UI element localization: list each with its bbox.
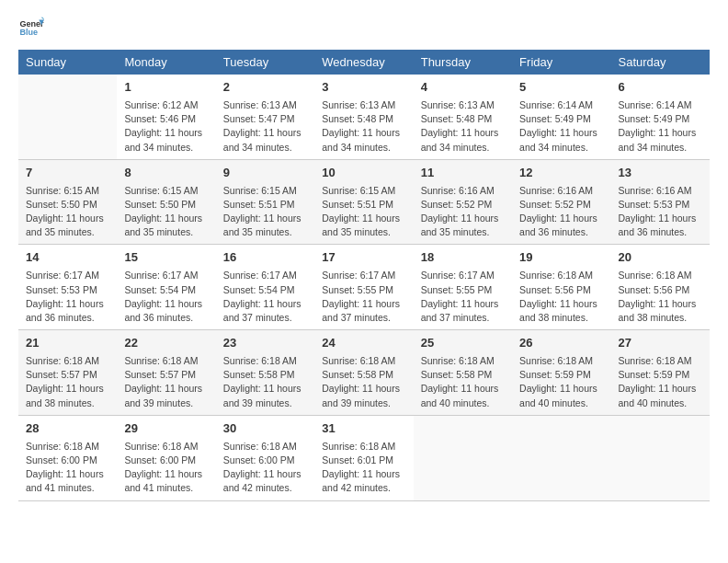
calendar-cell: 2Sunrise: 6:13 AM Sunset: 5:47 PM Daylig… — [216, 75, 314, 159]
calendar-cell: 14Sunrise: 6:17 AM Sunset: 5:53 PM Dayli… — [18, 245, 117, 330]
day-info: Sunrise: 6:13 AM Sunset: 5:48 PM Dayligh… — [322, 98, 405, 155]
calendar-cell: 21Sunrise: 6:18 AM Sunset: 5:57 PM Dayli… — [18, 330, 117, 416]
calendar-cell: 25Sunrise: 6:18 AM Sunset: 5:58 PM Dayli… — [414, 330, 512, 416]
calendar-cell: 27Sunrise: 6:18 AM Sunset: 5:59 PM Dayli… — [611, 330, 710, 416]
day-header-wednesday: Wednesday — [314, 50, 413, 75]
day-number: 27 — [619, 335, 702, 352]
page-header: General Blue — [18, 15, 710, 40]
day-number: 28 — [26, 420, 109, 438]
calendar-cell: 17Sunrise: 6:17 AM Sunset: 5:55 PM Dayli… — [314, 245, 413, 330]
day-info: Sunrise: 6:18 AM Sunset: 5:58 PM Dayligh… — [223, 354, 307, 410]
day-number: 10 — [322, 165, 405, 182]
day-info: Sunrise: 6:18 AM Sunset: 5:57 PM Dayligh… — [26, 354, 109, 410]
calendar-cell: 8Sunrise: 6:15 AM Sunset: 5:50 PM Daylig… — [117, 159, 215, 245]
day-number: 30 — [223, 420, 307, 438]
day-number: 4 — [421, 79, 505, 97]
calendar-cell: 19Sunrise: 6:18 AM Sunset: 5:56 PM Dayli… — [512, 245, 610, 330]
calendar-cell: 9Sunrise: 6:15 AM Sunset: 5:51 PM Daylig… — [216, 159, 314, 245]
day-number: 14 — [26, 249, 109, 267]
day-number: 12 — [519, 165, 603, 182]
day-number: 20 — [619, 249, 702, 267]
logo-icon: General Blue — [18, 15, 44, 40]
day-number: 7 — [26, 165, 109, 182]
day-header-saturday: Saturday — [611, 50, 710, 75]
day-info: Sunrise: 6:15 AM Sunset: 5:50 PM Dayligh… — [26, 184, 109, 240]
calendar-body: 1Sunrise: 6:12 AM Sunset: 5:46 PM Daylig… — [18, 75, 710, 500]
day-info: Sunrise: 6:18 AM Sunset: 6:01 PM Dayligh… — [322, 440, 405, 496]
day-number: 16 — [223, 249, 307, 267]
calendar-cell — [414, 415, 512, 500]
calendar-cell — [18, 75, 117, 159]
day-info: Sunrise: 6:13 AM Sunset: 5:47 PM Dayligh… — [223, 98, 307, 155]
calendar-cell: 18Sunrise: 6:17 AM Sunset: 5:55 PM Dayli… — [414, 245, 512, 330]
week-row-3: 14Sunrise: 6:17 AM Sunset: 5:53 PM Dayli… — [18, 245, 710, 330]
day-number: 15 — [124, 249, 208, 267]
calendar-cell: 29Sunrise: 6:18 AM Sunset: 6:00 PM Dayli… — [117, 415, 215, 500]
day-header-thursday: Thursday — [414, 50, 512, 75]
day-number: 18 — [421, 249, 505, 267]
day-info: Sunrise: 6:18 AM Sunset: 6:00 PM Dayligh… — [124, 440, 208, 496]
day-number: 5 — [519, 79, 603, 97]
calendar-cell: 11Sunrise: 6:16 AM Sunset: 5:52 PM Dayli… — [414, 159, 512, 245]
day-info: Sunrise: 6:17 AM Sunset: 5:53 PM Dayligh… — [26, 269, 109, 325]
calendar-cell: 28Sunrise: 6:18 AM Sunset: 6:00 PM Dayli… — [18, 415, 117, 500]
day-number: 11 — [421, 165, 505, 182]
day-info: Sunrise: 6:17 AM Sunset: 5:55 PM Dayligh… — [421, 269, 505, 325]
day-info: Sunrise: 6:17 AM Sunset: 5:55 PM Dayligh… — [322, 269, 405, 325]
day-number: 6 — [619, 79, 702, 97]
calendar-cell: 6Sunrise: 6:14 AM Sunset: 5:49 PM Daylig… — [611, 75, 710, 159]
day-info: Sunrise: 6:14 AM Sunset: 5:49 PM Dayligh… — [619, 98, 702, 155]
day-info: Sunrise: 6:16 AM Sunset: 5:52 PM Dayligh… — [519, 184, 603, 240]
day-number: 3 — [322, 79, 405, 97]
calendar-cell: 4Sunrise: 6:13 AM Sunset: 5:48 PM Daylig… — [414, 75, 512, 159]
day-info: Sunrise: 6:18 AM Sunset: 5:56 PM Dayligh… — [619, 269, 702, 325]
calendar-cell: 13Sunrise: 6:16 AM Sunset: 5:53 PM Dayli… — [611, 159, 710, 245]
day-info: Sunrise: 6:18 AM Sunset: 5:58 PM Dayligh… — [322, 354, 405, 410]
day-info: Sunrise: 6:17 AM Sunset: 5:54 PM Dayligh… — [223, 269, 307, 325]
day-header-monday: Monday — [117, 50, 215, 75]
day-number: 2 — [223, 79, 307, 97]
day-info: Sunrise: 6:18 AM Sunset: 5:59 PM Dayligh… — [519, 354, 603, 410]
week-row-2: 7Sunrise: 6:15 AM Sunset: 5:50 PM Daylig… — [18, 159, 710, 245]
day-number: 26 — [519, 335, 603, 352]
day-info: Sunrise: 6:16 AM Sunset: 5:52 PM Dayligh… — [421, 184, 505, 240]
day-number: 31 — [322, 420, 405, 438]
day-number: 17 — [322, 249, 405, 267]
day-number: 21 — [26, 335, 109, 352]
day-info: Sunrise: 6:18 AM Sunset: 6:00 PM Dayligh… — [223, 440, 307, 496]
week-row-4: 21Sunrise: 6:18 AM Sunset: 5:57 PM Dayli… — [18, 330, 710, 416]
day-info: Sunrise: 6:15 AM Sunset: 5:51 PM Dayligh… — [223, 184, 307, 240]
day-info: Sunrise: 6:13 AM Sunset: 5:48 PM Dayligh… — [421, 98, 505, 155]
day-header-tuesday: Tuesday — [216, 50, 314, 75]
calendar-header-row: SundayMondayTuesdayWednesdayThursdayFrid… — [18, 50, 710, 75]
day-info: Sunrise: 6:15 AM Sunset: 5:50 PM Dayligh… — [124, 184, 208, 240]
calendar-cell: 7Sunrise: 6:15 AM Sunset: 5:50 PM Daylig… — [18, 159, 117, 245]
day-header-sunday: Sunday — [18, 50, 117, 75]
calendar-cell — [611, 415, 710, 500]
calendar-cell: 16Sunrise: 6:17 AM Sunset: 5:54 PM Dayli… — [216, 245, 314, 330]
day-info: Sunrise: 6:18 AM Sunset: 5:59 PM Dayligh… — [619, 354, 702, 410]
day-info: Sunrise: 6:18 AM Sunset: 6:00 PM Dayligh… — [26, 440, 109, 496]
calendar-cell — [512, 415, 610, 500]
svg-text:Blue: Blue — [19, 28, 38, 37]
calendar-cell: 20Sunrise: 6:18 AM Sunset: 5:56 PM Dayli… — [611, 245, 710, 330]
calendar-cell: 15Sunrise: 6:17 AM Sunset: 5:54 PM Dayli… — [117, 245, 215, 330]
day-number: 13 — [619, 165, 702, 182]
calendar-cell: 3Sunrise: 6:13 AM Sunset: 5:48 PM Daylig… — [314, 75, 413, 159]
day-info: Sunrise: 6:12 AM Sunset: 5:46 PM Dayligh… — [124, 98, 208, 155]
calendar-table: SundayMondayTuesdayWednesdayThursdayFrid… — [18, 50, 710, 501]
calendar-cell: 26Sunrise: 6:18 AM Sunset: 5:59 PM Dayli… — [512, 330, 610, 416]
day-info: Sunrise: 6:18 AM Sunset: 5:56 PM Dayligh… — [519, 269, 603, 325]
week-row-5: 28Sunrise: 6:18 AM Sunset: 6:00 PM Dayli… — [18, 415, 710, 500]
day-number: 29 — [124, 420, 208, 438]
day-number: 25 — [421, 335, 505, 352]
calendar-cell: 1Sunrise: 6:12 AM Sunset: 5:46 PM Daylig… — [117, 75, 215, 159]
day-number: 9 — [223, 165, 307, 182]
day-number: 23 — [223, 335, 307, 352]
logo: General Blue — [18, 15, 46, 40]
day-info: Sunrise: 6:15 AM Sunset: 5:51 PM Dayligh… — [322, 184, 405, 240]
calendar-cell: 5Sunrise: 6:14 AM Sunset: 5:49 PM Daylig… — [512, 75, 610, 159]
calendar-cell: 23Sunrise: 6:18 AM Sunset: 5:58 PM Dayli… — [216, 330, 314, 416]
calendar-cell: 30Sunrise: 6:18 AM Sunset: 6:00 PM Dayli… — [216, 415, 314, 500]
day-number: 1 — [124, 79, 208, 97]
